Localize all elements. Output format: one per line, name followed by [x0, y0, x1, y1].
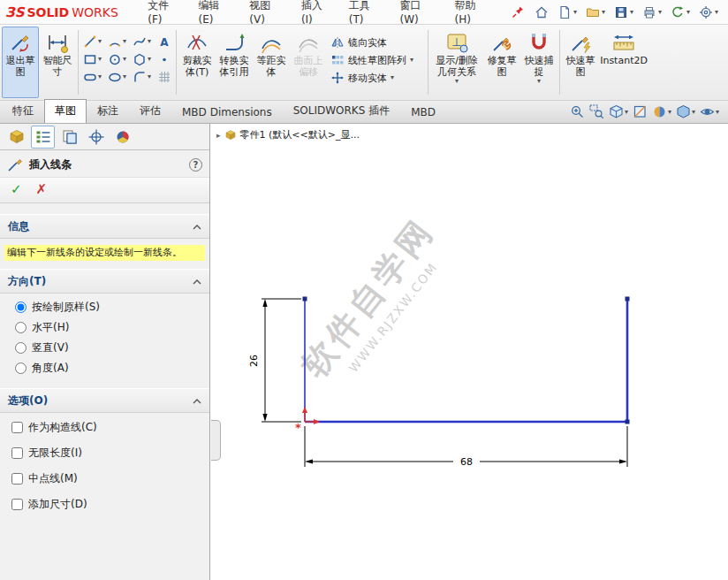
- text-tool-button[interactable]: A: [155, 33, 174, 50]
- move-entities-button[interactable]: 移动实体 ▾: [330, 71, 422, 85]
- tab-annotation[interactable]: 标注: [87, 99, 129, 123]
- rebuild-button[interactable]: ▾: [668, 3, 693, 22]
- tab-features[interactable]: 特征: [2, 99, 44, 123]
- dropdown-caret-icon[interactable]: ▾: [98, 56, 102, 63]
- dropdown-caret-icon[interactable]: ▾: [686, 9, 690, 16]
- dropdown-caret-icon[interactable]: ▾: [625, 109, 628, 116]
- trim-entities-button[interactable]: 剪裁实体(T): [178, 27, 216, 98]
- displaymanager-tab[interactable]: [110, 126, 134, 149]
- smart-dimension-button[interactable]: 智能尺寸: [39, 27, 76, 98]
- sketch-grid-button[interactable]: [155, 68, 174, 86]
- appearance-button[interactable]: ▾: [652, 104, 671, 119]
- offset-entities-button[interactable]: 等距实体: [253, 27, 290, 98]
- pin-menu-icon[interactable]: [511, 5, 525, 19]
- endpoint-marker[interactable]: [626, 297, 630, 301]
- linear-pattern-button[interactable]: 线性草图阵列 ▾: [330, 53, 422, 67]
- midpoint-line-checkbox[interactable]: [11, 473, 23, 485]
- zoom-fit-button[interactable]: [570, 104, 585, 119]
- featuremanager-tab[interactable]: [4, 126, 28, 149]
- panel-collapse-handle[interactable]: [211, 420, 221, 461]
- direction-as-sketched-radio[interactable]: [15, 301, 27, 313]
- section-view-button[interactable]: [633, 104, 648, 119]
- options-section-header[interactable]: 选项(O): [0, 388, 209, 413]
- dropdown-caret-icon[interactable]: ▾: [573, 9, 577, 16]
- dropdown-caret-icon[interactable]: ▾: [715, 9, 718, 16]
- add-dimension-checkbox[interactable]: [11, 499, 23, 510]
- dropdown-caret-icon[interactable]: ▾: [410, 57, 413, 64]
- ellipse-tool-button[interactable]: ▾: [105, 68, 129, 86]
- direction-section-header[interactable]: 方向(T): [0, 269, 209, 294]
- dropdown-caret-icon[interactable]: ▾: [98, 73, 102, 80]
- chevron-up-icon[interactable]: [193, 399, 201, 404]
- spline-tool-button[interactable]: ▾: [130, 33, 154, 50]
- options-gear-button[interactable]: ▾: [696, 3, 721, 22]
- exit-sketch-button[interactable]: 退出草图: [2, 27, 39, 98]
- direction-horizontal-radio[interactable]: [15, 322, 27, 333]
- point-tool-button[interactable]: [155, 50, 174, 68]
- chevron-up-icon[interactable]: [193, 279, 201, 285]
- dropdown-caret-icon[interactable]: ▾: [148, 38, 151, 45]
- endpoint-marker[interactable]: [303, 297, 307, 301]
- tab-sketch[interactable]: 草图: [44, 99, 87, 123]
- ok-button[interactable]: ✓: [11, 181, 22, 197]
- help-icon[interactable]: ?: [189, 158, 202, 172]
- dropdown-caret-icon[interactable]: ▾: [98, 38, 102, 45]
- instant2d-button[interactable]: Instant2D: [599, 27, 648, 98]
- endpoint-marker[interactable]: [626, 420, 630, 424]
- dropdown-caret-icon[interactable]: ▾: [668, 109, 671, 116]
- dropdown-caret-icon[interactable]: ▾: [148, 73, 151, 80]
- repair-sketch-button[interactable]: 修复草图: [483, 27, 520, 98]
- display-delete-relations-button[interactable]: ⊥ 显示/删除几何关系 ▾: [430, 27, 483, 98]
- dropdown-caret-icon[interactable]: ▾: [630, 9, 633, 16]
- dropdown-caret-icon[interactable]: ▾: [123, 56, 126, 63]
- display-style-button[interactable]: ▾: [676, 104, 695, 119]
- dimension-vertical[interactable]: 26: [248, 299, 301, 422]
- dropdown-caret-icon[interactable]: ▾: [537, 78, 541, 85]
- polygon-tool-button[interactable]: ▾: [130, 50, 154, 68]
- sketch-canvas[interactable]: * 26 68: [211, 124, 728, 580]
- tab-solidworks-addins[interactable]: SOLIDWORKS 插件: [283, 99, 400, 123]
- dropdown-caret-icon[interactable]: ▾: [692, 109, 695, 116]
- quick-snaps-button[interactable]: 快速捕捉 ▾: [520, 27, 557, 98]
- tab-evaluate[interactable]: 评估: [129, 99, 171, 123]
- zoom-area-button[interactable]: [589, 104, 604, 119]
- arc-tool-button[interactable]: ▾: [105, 33, 129, 50]
- mirror-entities-button[interactable]: 镜向实体: [330, 35, 422, 50]
- home-button[interactable]: [532, 3, 551, 22]
- surface-offset-button[interactable]: 曲面上偏移: [290, 27, 327, 98]
- dropdown-caret-icon[interactable]: ▾: [602, 9, 605, 16]
- dropdown-caret-icon[interactable]: ▾: [658, 9, 662, 16]
- new-document-button[interactable]: ▾: [555, 3, 580, 22]
- dropdown-caret-icon[interactable]: ▾: [455, 78, 459, 85]
- dropdown-caret-icon[interactable]: ▾: [123, 38, 126, 45]
- tab-mbd-dimensions[interactable]: MBD Dimensions: [171, 102, 283, 123]
- configurationmanager-tab[interactable]: [57, 126, 81, 149]
- hide-show-items-button[interactable]: ▾: [700, 104, 719, 119]
- rectangle-tool-button[interactable]: ▾: [80, 50, 104, 68]
- dropdown-caret-icon[interactable]: ▾: [391, 74, 394, 81]
- direction-angle-radio[interactable]: [15, 362, 27, 374]
- infinite-length-checkbox[interactable]: [11, 447, 23, 459]
- dropdown-caret-icon[interactable]: ▾: [148, 56, 151, 63]
- propertymanager-tab[interactable]: [31, 126, 55, 149]
- graphics-area[interactable]: ▸ 零件1 (默认<<默认>_显... 软件自学网 WWW.RJZXW.COM …: [211, 124, 728, 580]
- direction-vertical-radio[interactable]: [15, 342, 27, 354]
- circle-tool-button[interactable]: ▾: [105, 50, 129, 68]
- construction-line-checkbox[interactable]: [11, 422, 23, 433]
- origin-marker[interactable]: *: [295, 407, 320, 434]
- print-button[interactable]: ▾: [640, 3, 664, 22]
- tab-mbd[interactable]: MBD: [400, 102, 446, 123]
- open-folder-button[interactable]: ▾: [583, 3, 608, 22]
- chevron-up-icon[interactable]: [193, 225, 201, 230]
- save-button[interactable]: ▾: [611, 3, 636, 22]
- dropdown-caret-icon[interactable]: ▾: [123, 73, 126, 80]
- view-orientation-button[interactable]: ▾: [609, 104, 628, 119]
- cancel-button[interactable]: ✗: [36, 181, 48, 197]
- expand-arrow-icon[interactable]: ▸: [216, 131, 221, 140]
- slot-tool-button[interactable]: ▾: [80, 68, 104, 86]
- fillet-tool-button[interactable]: ▾: [130, 68, 154, 86]
- info-section-header[interactable]: 信息: [0, 214, 209, 239]
- dimension-vertical-value[interactable]: 26: [248, 355, 260, 367]
- dropdown-caret-icon[interactable]: ▾: [716, 109, 719, 116]
- dimxpertmanager-tab[interactable]: [84, 126, 108, 149]
